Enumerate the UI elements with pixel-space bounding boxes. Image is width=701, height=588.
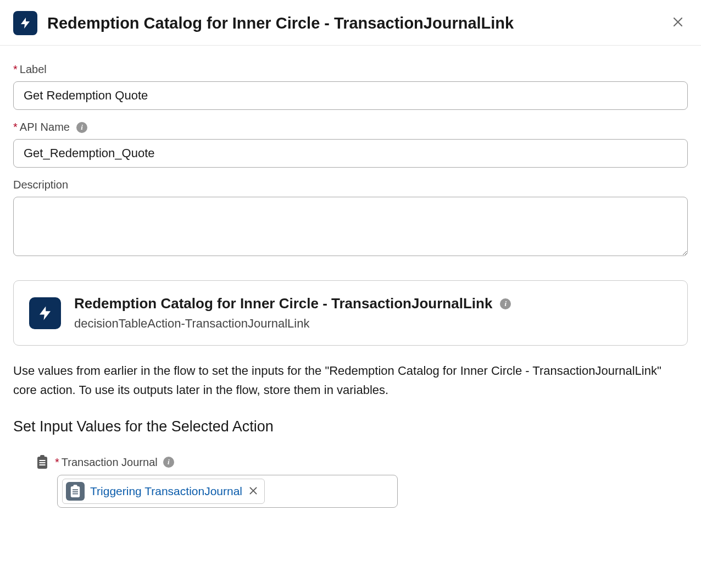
svg-rect-7 [73, 490, 78, 491]
svg-rect-8 [73, 491, 78, 492]
clipboard-icon [70, 485, 81, 498]
record-icon [66, 482, 85, 501]
dialog-content: *Label *API Name i Description Redemptio… [0, 46, 701, 521]
transaction-journal-label: Transaction Journal [62, 456, 158, 468]
transaction-journal-label-row: *Transaction Journal i [55, 456, 174, 469]
required-indicator: * [55, 456, 59, 468]
description-field-group: Description [13, 179, 688, 258]
description-textarea[interactable] [13, 197, 688, 256]
svg-rect-9 [73, 493, 78, 495]
section-heading: Set Input Values for the Selected Action [13, 418, 688, 435]
selected-pill: Triggering TransactionJournal [62, 479, 265, 504]
info-icon[interactable]: i [500, 298, 511, 309]
helper-text: Use values from earlier in the flow to s… [13, 361, 688, 400]
svg-rect-6 [73, 485, 77, 488]
svg-rect-4 [40, 464, 46, 465]
close-icon [249, 486, 258, 495]
label-input[interactable] [13, 81, 688, 110]
api-name-input[interactable] [13, 139, 688, 168]
label-field-label: *Label [13, 63, 688, 76]
required-indicator: * [13, 121, 18, 133]
info-icon[interactable]: i [163, 457, 174, 468]
svg-rect-3 [40, 462, 46, 463]
label-field-group: *Label [13, 63, 688, 110]
action-card-title: Redemption Catalog for Inner Circle - Tr… [74, 295, 492, 312]
description-text: Description [13, 179, 68, 191]
action-card-title-row: Redemption Catalog for Inner Circle - Tr… [74, 295, 672, 312]
svg-rect-2 [40, 460, 46, 461]
close-button[interactable] [670, 14, 686, 30]
pill-label: Triggering TransactionJournal [90, 485, 242, 498]
transaction-journal-field-container: Triggering TransactionJournal [57, 475, 688, 508]
lightning-icon [19, 16, 32, 30]
action-card-icon [29, 297, 61, 329]
label-text: Label [20, 63, 47, 75]
transaction-journal-input[interactable]: Triggering TransactionJournal [57, 475, 398, 508]
api-name-field-group: *API Name i [13, 121, 688, 168]
action-card: Redemption Catalog for Inner Circle - Tr… [13, 280, 688, 346]
action-icon [13, 11, 37, 35]
api-name-text: API Name [20, 121, 70, 133]
action-card-subtitle: decisionTableAction-TransactionJournalLi… [74, 317, 672, 331]
dialog-title: Redemption Catalog for Inner Circle - Tr… [47, 14, 688, 32]
transaction-journal-row: *Transaction Journal i [35, 455, 688, 469]
required-indicator: * [13, 63, 18, 75]
info-icon[interactable]: i [76, 122, 87, 133]
api-name-field-label: *API Name i [13, 121, 688, 134]
dialog-header: Redemption Catalog for Inner Circle - Tr… [0, 0, 701, 46]
clipboard-icon [35, 455, 49, 469]
description-field-label: Description [13, 179, 688, 191]
lightning-icon [37, 305, 53, 321]
svg-rect-1 [40, 455, 44, 458]
close-icon [672, 16, 683, 27]
pill-remove-button[interactable] [248, 485, 259, 498]
action-card-text: Redemption Catalog for Inner Circle - Tr… [74, 295, 672, 331]
